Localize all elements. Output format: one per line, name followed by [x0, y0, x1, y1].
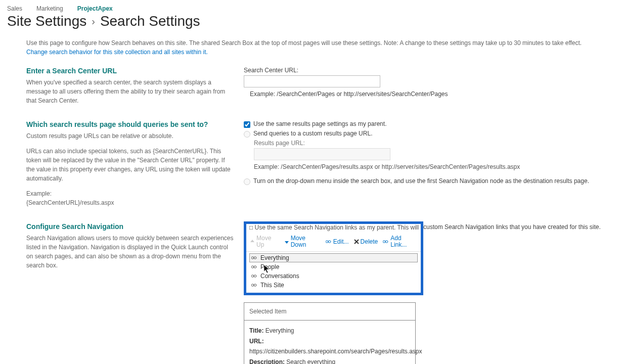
svg-rect-9: [254, 275, 256, 277]
link-icon: [251, 274, 257, 279]
change-search-behavior-link[interactable]: Change search behavior for this site col…: [26, 49, 208, 56]
link-icon: [251, 264, 257, 269]
nav-item-people[interactable]: People: [249, 262, 418, 271]
results-page-desc-1: Custom results page URLs can be relative…: [26, 131, 234, 141]
nav-toolbar: Move Up Move Down Edit...: [246, 232, 421, 252]
svg-rect-2: [383, 241, 385, 243]
link-icon: [383, 239, 389, 244]
nav-item-conversations[interactable]: Conversations: [249, 271, 418, 281]
selected-url-label: URL:: [249, 338, 264, 345]
link-icon: [251, 255, 257, 260]
section-desc-search-nav: Search Navigation allows users to move q…: [26, 234, 234, 270]
svg-rect-3: [385, 241, 388, 243]
use-parent-nav-checkbox-snippet: □ Use the same Search Navigation links a…: [246, 224, 421, 232]
section-heading-results-page: Which search results page should queries…: [26, 120, 234, 128]
svg-rect-7: [254, 266, 256, 268]
edit-button[interactable]: Edit...: [324, 238, 350, 246]
selected-item-header: Selected Item: [244, 303, 415, 321]
svg-rect-4: [251, 257, 254, 259]
section-heading-search-nav: Configure Search Navigation: [26, 222, 234, 231]
results-page-desc-2: URLs can also include special tokens, su…: [26, 147, 234, 183]
use-parent-results-label: Use the same results page settings as my…: [253, 120, 386, 127]
custom-results-radio[interactable]: [244, 131, 250, 138]
nav-list: EverythingPeopleConversationsThis Site: [246, 252, 421, 293]
search-center-url-input[interactable]: [244, 75, 380, 87]
selected-title-value: Everything: [265, 327, 294, 334]
section-desc-search-center: When you've specified a search center, t…: [26, 78, 234, 105]
svg-rect-0: [326, 241, 328, 243]
nav-item-everything[interactable]: Everything: [249, 253, 418, 262]
svg-rect-8: [251, 275, 254, 277]
results-page-desc-3: Example: {SearchCenterURL}/results.aspx: [26, 189, 234, 207]
nav-item-label: Everything: [260, 254, 289, 261]
results-page-url-input: [254, 148, 390, 160]
selected-url-value: https://citizenbuilders.sharepoint.com/s…: [249, 348, 422, 355]
nav-item-label: People: [260, 263, 279, 270]
page-title: Site Settings › Search Settings: [7, 13, 613, 29]
use-parent-results-checkbox[interactable]: [244, 121, 250, 128]
svg-rect-6: [251, 266, 254, 268]
search-center-url-label: Search Center URL:: [244, 67, 613, 74]
link-icon: [251, 283, 257, 288]
breadcrumb: Sales Marketing ProjectApex: [7, 5, 613, 12]
nav-item-this-site[interactable]: This Site: [249, 281, 418, 290]
svg-rect-10: [251, 284, 254, 286]
dropdown-radio[interactable]: [244, 178, 250, 185]
add-link-button[interactable]: Add Link...: [381, 234, 419, 249]
chevron-right-icon: ›: [92, 16, 95, 27]
selected-desc-label: Description:: [249, 358, 285, 364]
breadcrumb-item-active[interactable]: ProjectApex: [77, 5, 113, 12]
svg-rect-5: [254, 257, 256, 259]
selected-desc-value: Search everything: [286, 358, 335, 364]
delete-button[interactable]: Delete: [352, 238, 380, 246]
breadcrumb-item[interactable]: Marketing: [36, 5, 63, 12]
selected-title-label: Title:: [249, 327, 263, 334]
search-center-url-example: Example: /SearchCenter/Pages or http://s…: [250, 90, 613, 98]
title-part-a: Site Settings: [7, 13, 86, 29]
svg-rect-1: [328, 241, 331, 243]
section-heading-search-center: Enter a Search Center URL: [26, 67, 234, 75]
dropdown-radio-label: Turn on the drop-down menu inside the se…: [253, 177, 589, 185]
nav-item-label: This Site: [260, 282, 284, 289]
use-parent-nav-overflow-text: custom Search Navigation links that you …: [423, 222, 601, 231]
title-part-b: Search Settings: [100, 13, 200, 29]
close-icon: [354, 239, 359, 244]
results-page-url-label: Results page URL:: [254, 140, 613, 147]
selected-item-panel: Selected Item Title: Everything URL:http…: [244, 302, 416, 364]
custom-results-label: Send queries to a custom results page UR…: [253, 130, 372, 137]
move-up-button: Move Up: [248, 234, 281, 249]
intro-paragraph: Use this page to configure how Search be…: [26, 39, 582, 47]
nav-item-label: Conversations: [260, 272, 299, 280]
results-page-url-example: Example: /SearchCenter/Pages/results.asp…: [254, 163, 613, 170]
move-down-button[interactable]: Move Down: [283, 234, 322, 249]
breadcrumb-item[interactable]: Sales: [7, 5, 22, 12]
search-nav-panel: □ Use the same Search Navigation links a…: [244, 221, 423, 295]
svg-rect-11: [254, 284, 256, 286]
link-icon: [326, 239, 332, 244]
intro-text: Use this page to configure how Search be…: [26, 38, 613, 57]
